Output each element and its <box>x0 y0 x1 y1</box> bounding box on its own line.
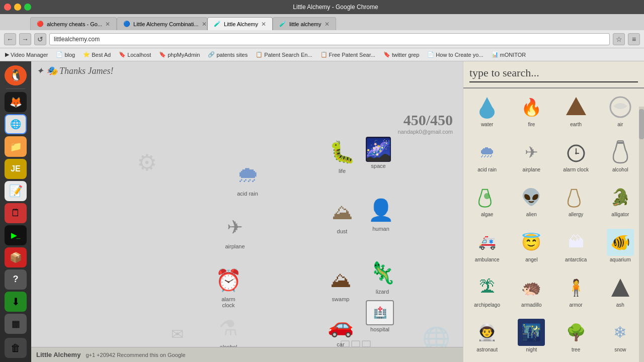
element-ambulance[interactable]: 🚑 ambulance <box>465 226 509 270</box>
dock-ubuntu[interactable]: 🐧 <box>5 65 27 85</box>
board-element-alarm-clock[interactable]: ⏰ alarmclock <box>213 265 244 308</box>
tab-label-4: little alchemy <box>289 21 321 27</box>
dock-text-editor[interactable]: 📝 <box>5 181 27 201</box>
element-algae[interactable]: algae <box>465 180 509 225</box>
element-allergy[interactable]: allergy <box>554 180 598 225</box>
element-fire[interactable]: 🔥 fire <box>510 90 553 135</box>
tab-close-1[interactable]: ✕ <box>105 21 110 28</box>
minimize-button[interactable] <box>14 4 21 11</box>
tab-alchemy-cheats[interactable]: 🔴 alchemy cheats - Go... ✕ <box>30 17 117 30</box>
bookmark-how-to[interactable]: 📄 How to Create yo... <box>424 50 486 59</box>
dock-trash[interactable]: 🗑 <box>5 338 27 358</box>
board-element-human[interactable]: 👤 human <box>366 195 396 232</box>
element-airplane[interactable]: ✈ airplane <box>510 136 553 180</box>
alarm-clock-panel-label: alarm clock <box>563 167 589 173</box>
tab-close-3[interactable]: ✕ <box>261 21 266 28</box>
dock-chrome[interactable]: 🌐 <box>5 114 27 134</box>
snow-label: snow <box>614 347 626 353</box>
tab-little-alchemy-2[interactable]: 🧪 little alchemy ✕ <box>273 17 336 30</box>
element-armor[interactable]: 🧍 armor <box>554 271 598 315</box>
element-water[interactable]: water <box>465 90 509 135</box>
element-archipelago[interactable]: 🏝 archipelago <box>465 271 509 315</box>
element-angel[interactable]: 😇 angel <box>510 226 553 270</box>
board-element-lizard[interactable]: 🦎 lizard <box>367 257 397 295</box>
archipelago-label: archipelago <box>474 302 500 308</box>
tab-little-alchemy[interactable]: 🧪 Little Alchemy ✕ <box>207 17 273 30</box>
element-tree[interactable]: 🌳 tree <box>554 316 598 360</box>
dock-tomboy[interactable]: 🗒 <box>5 203 27 223</box>
panel-angel-icon: 😇 <box>518 229 545 256</box>
bookmark-patents[interactable]: 🔗 patents sites <box>205 50 251 59</box>
element-air[interactable]: air <box>599 90 642 135</box>
panel-snow-icon: ❄ <box>607 319 634 346</box>
panel-alligator-icon: 🐊 <box>607 184 634 211</box>
board-element-space[interactable]: 🌌 space <box>366 137 391 169</box>
bookmark-twitter[interactable]: 🔖 twitter grep <box>380 50 422 59</box>
board-element-acid-rain[interactable]: 🌧 acid rain <box>232 159 263 197</box>
dock-je[interactable]: JE <box>5 159 27 179</box>
panel-night-icon: 🌃 <box>518 319 545 346</box>
board-element-swamp[interactable]: ⛰ swamp <box>326 265 356 302</box>
element-armadillo[interactable]: 🦔 armadillo <box>510 271 553 315</box>
close-button[interactable] <box>4 4 11 11</box>
element-antarctica[interactable]: 🏔 antarctica <box>554 226 598 270</box>
bookmark-monitor[interactable]: 📊 mONITOR <box>489 50 529 59</box>
dock-firefox[interactable]: 🦊 <box>5 92 27 112</box>
allergy-label: allergy <box>569 212 583 218</box>
element-night[interactable]: 🌃 night <box>510 316 553 360</box>
element-alien[interactable]: 👽 alien <box>510 180 553 225</box>
board-element-dust[interactable]: ⛰ dust <box>327 197 357 234</box>
bookmark-blog[interactable]: 📄 blog <box>53 50 78 59</box>
element-acid-rain[interactable]: 🌧 acid rain <box>465 136 509 180</box>
bookmark-phpmyadmin[interactable]: 🔖 phpMyAdmin <box>156 50 203 59</box>
scrollbar-thumb[interactable] <box>639 109 644 139</box>
element-alarm-clock[interactable]: alarm clock <box>554 136 598 180</box>
element-earth[interactable]: earth <box>554 90 598 135</box>
panel-allergy-icon <box>562 184 590 211</box>
board-element-car[interactable]: 🚗 car <box>326 310 356 347</box>
space-label: space <box>371 163 385 169</box>
armadillo-label: armadillo <box>521 302 542 308</box>
dock-help[interactable]: ? <box>5 269 27 290</box>
element-ash[interactable]: ash <box>599 271 642 315</box>
bookmark-star[interactable]: ☆ <box>613 33 625 45</box>
menu-button[interactable]: ≡ <box>628 33 640 45</box>
window-controls[interactable] <box>4 4 31 11</box>
back-button[interactable]: ← <box>4 33 16 45</box>
board-element-life[interactable]: 🐛 life <box>327 137 357 174</box>
board-element-alcohol[interactable]: ⚗ alcohol <box>213 313 244 350</box>
tab-close-2[interactable]: ✕ <box>202 21 207 28</box>
element-alcohol[interactable]: alcohol <box>599 136 642 180</box>
panel-scrollbar[interactable] <box>639 107 644 362</box>
dock-uget[interactable]: ⬇ <box>5 292 27 312</box>
maximize-button[interactable] <box>24 4 31 11</box>
tab-close-4[interactable]: ✕ <box>325 21 330 28</box>
bookmark-best-ad[interactable]: ⭐ Best Ad <box>80 50 114 59</box>
element-aquarium[interactable]: 🐠 aquarium <box>599 226 642 270</box>
board-element-airplane[interactable]: ✈ airplane <box>220 212 250 249</box>
refresh-button[interactable]: ↺ <box>34 33 46 45</box>
svg-point-7 <box>575 152 577 154</box>
tab-combinations[interactable]: 🔵 Little Alchemy Combinati... ✕ <box>117 17 207 30</box>
element-snow[interactable]: ❄ snow <box>599 316 642 360</box>
dock-synaptic[interactable]: 📦 <box>5 247 27 267</box>
dock-workspace[interactable]: ▦ <box>5 314 27 334</box>
alcohol-icon: ⚗ <box>213 313 244 343</box>
dock-files[interactable]: 📁 <box>5 136 27 156</box>
earth-label: earth <box>570 122 582 128</box>
bookmark-free-patent[interactable]: 📋 Free Patent Sear... <box>317 50 378 59</box>
dock-terminal[interactable]: ▶_ <box>5 225 27 245</box>
element-astronaut[interactable]: 👨‍🚀 astronaut <box>465 316 509 360</box>
window-title: Little Alchemy - Google Chrome <box>31 4 640 11</box>
element-alligator[interactable]: 🐊 alligator <box>599 180 642 225</box>
board-element-hospital[interactable]: 🏥 hospital <box>366 300 394 332</box>
url-bar[interactable]: littlealchemy.com <box>49 33 610 45</box>
bookmark-video-manager[interactable]: ▶ Video Manager <box>2 50 51 59</box>
bookmark-patent-search[interactable]: 📋 Patent Search En... <box>253 50 315 59</box>
panel-algae-icon <box>473 184 501 211</box>
search-input[interactable]: type to search... <box>469 66 638 82</box>
bookmark-localhost[interactable]: 🔖 Localhost <box>116 50 154 59</box>
forward-button[interactable]: → <box>19 33 31 45</box>
airplane-icon: ✈ <box>220 212 250 242</box>
alcohol-panel-label: alcohol <box>612 167 628 173</box>
